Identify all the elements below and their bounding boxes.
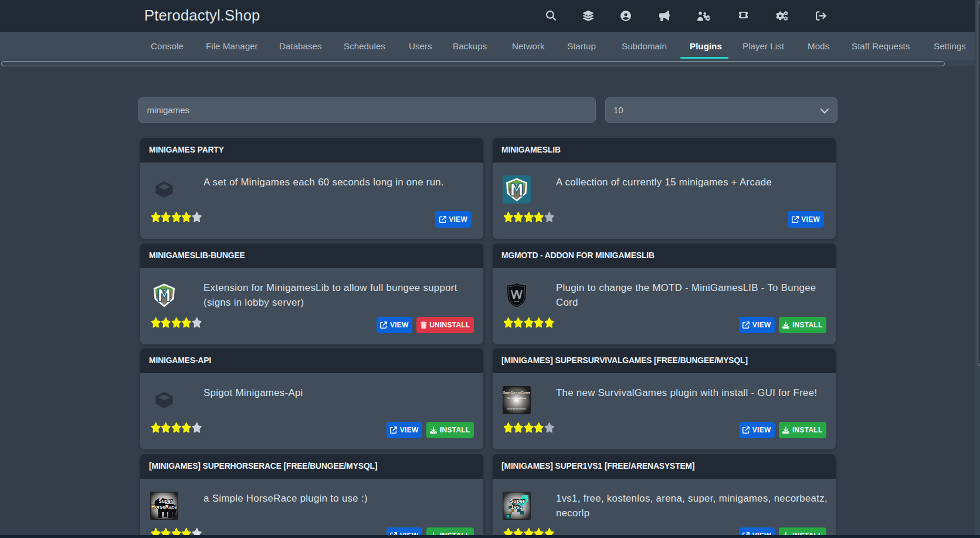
svg-text:1vs1: 1vs1: [511, 504, 523, 510]
svg-text:Made by Necorbeatz: Made by Necorbeatz: [507, 408, 526, 410]
svg-text:plugin: plugin: [514, 400, 519, 402]
svg-text:HorseRace: HorseRace: [151, 504, 177, 510]
svg-text:Super: Super: [158, 498, 172, 504]
svg-text:SuperSurvivalGames: SuperSurvivalGames: [503, 391, 531, 394]
svg-text:Super: Super: [510, 498, 525, 504]
